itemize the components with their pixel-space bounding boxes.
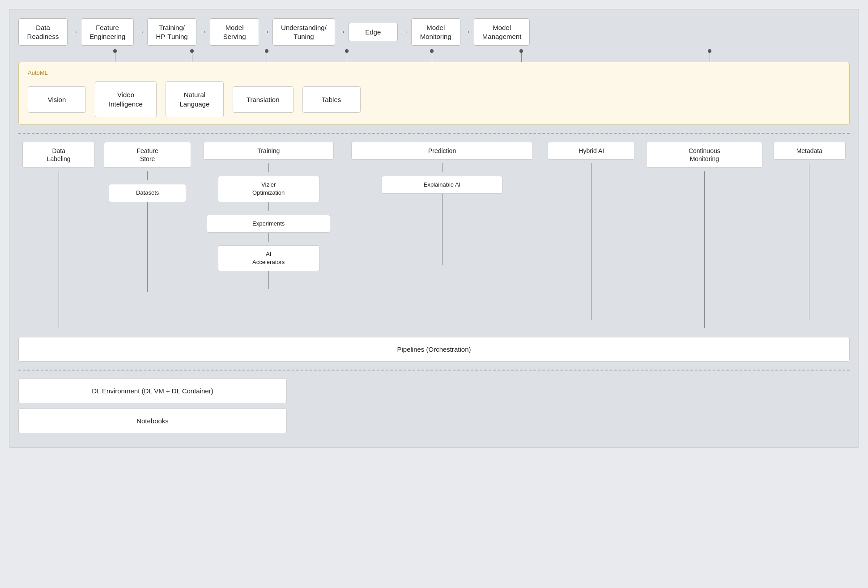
dl-section: DL Environment (DL VM + DL Container) No… bbox=[18, 379, 850, 433]
pipelines-bar: Pipelines (Orchestration) bbox=[18, 337, 850, 362]
pipeline-box-data-readiness: Data Readiness bbox=[18, 18, 68, 46]
header-prediction: Prediction bbox=[351, 142, 533, 160]
lower-columns: Data Labeling Feature Store Datasets Tra… bbox=[18, 142, 850, 328]
header-training: Training bbox=[203, 142, 334, 160]
header-hybrid-ai: Hybrid AI bbox=[548, 142, 635, 160]
header-data-labeling: Data Labeling bbox=[22, 142, 95, 168]
header-feature-store: Feature Store bbox=[104, 142, 191, 168]
sub-datasets: Datasets bbox=[109, 184, 186, 202]
col-data-labeling: Data Labeling bbox=[18, 142, 99, 328]
automl-boxes: Vision Video Intelligence Natural Langua… bbox=[28, 81, 840, 117]
automl-video-intelligence: Video Intelligence bbox=[95, 81, 157, 117]
dashed-separator-top bbox=[18, 133, 850, 134]
automl-section: AutoML Vision Video Intelligence Natural… bbox=[18, 62, 850, 125]
automl-tables: Tables bbox=[302, 86, 361, 113]
col-metadata: Metadata bbox=[769, 142, 850, 320]
arrow-2: → bbox=[134, 27, 147, 37]
header-continuous-monitoring: Continuous Monitoring bbox=[646, 142, 762, 168]
arrow-5: → bbox=[335, 27, 349, 37]
col-feature-store: Feature Store Datasets bbox=[99, 142, 196, 292]
automl-label: AutoML bbox=[28, 69, 840, 76]
header-metadata: Metadata bbox=[773, 142, 846, 160]
pipeline-box-feature-engineering: Feature Engineering bbox=[81, 18, 134, 46]
col-prediction: Prediction Explainable AI bbox=[341, 142, 543, 265]
dashed-separator-bottom bbox=[18, 370, 850, 371]
pipeline-box-model-management: Model Management bbox=[474, 18, 530, 46]
pipeline-box-edge: Edge bbox=[349, 23, 398, 42]
arrow-1: → bbox=[68, 27, 81, 37]
arrow-4: → bbox=[259, 27, 272, 37]
arrow-3: → bbox=[196, 27, 210, 37]
sub-experiments: Experiments bbox=[207, 215, 330, 233]
automl-vision: Vision bbox=[28, 86, 86, 113]
arrow-6: → bbox=[398, 27, 411, 37]
col-hybrid-ai: Hybrid AI bbox=[543, 142, 640, 320]
sub-vizier: Vizier Optimization bbox=[218, 176, 319, 202]
automl-translation: Translation bbox=[233, 86, 294, 113]
arrow-7: → bbox=[460, 27, 474, 37]
col-training: Training Vizier Optimization Experiments… bbox=[196, 142, 341, 289]
col-continuous-monitoring: Continuous Monitoring bbox=[640, 142, 769, 328]
dl-environment-box: DL Environment (DL VM + DL Container) bbox=[18, 379, 287, 403]
automl-natural-language: Natural Language bbox=[166, 81, 224, 117]
main-container: Data Readiness → Feature Engineering → T… bbox=[9, 9, 859, 448]
pipeline-box-understanding: Understanding/ Tuning bbox=[272, 18, 335, 46]
sub-ai-accelerators: AI Accelerators bbox=[218, 245, 319, 271]
notebooks-box: Notebooks bbox=[18, 409, 287, 433]
pipeline-box-training: Training/ HP-Tuning bbox=[147, 18, 196, 46]
pipeline-row: Data Readiness → Feature Engineering → T… bbox=[18, 18, 850, 46]
pipeline-box-model-serving: Model Serving bbox=[210, 18, 259, 46]
sub-explainable-ai: Explainable AI bbox=[382, 176, 503, 194]
pipeline-box-model-monitoring: Model Monitoring bbox=[411, 18, 460, 46]
